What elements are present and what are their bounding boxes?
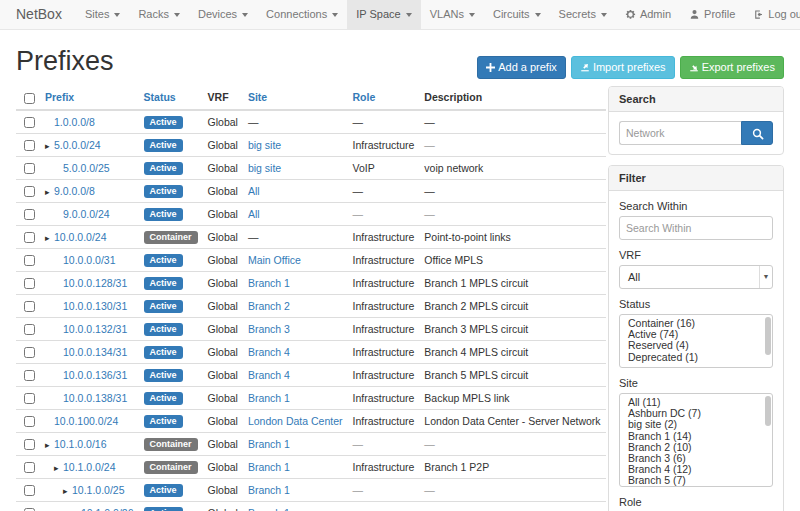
site-link[interactable]: Branch 1 xyxy=(248,484,290,496)
scrollbar-thumb[interactable] xyxy=(765,396,771,426)
vrf-select[interactable]: All ▼ xyxy=(619,265,773,289)
status-badge[interactable]: Active xyxy=(144,208,183,221)
row-checkbox[interactable] xyxy=(24,439,35,450)
status-badge[interactable]: Container xyxy=(144,461,198,474)
site-link[interactable]: Branch 3 xyxy=(248,323,290,335)
search-button[interactable] xyxy=(741,121,773,145)
site-link[interactable]: Branch 1 xyxy=(248,507,290,511)
nav-item-admin[interactable]: Admin xyxy=(616,0,680,29)
brand-logo[interactable]: NetBox xyxy=(0,0,76,29)
search-input[interactable] xyxy=(619,121,741,145)
status-badge[interactable]: Active xyxy=(144,162,183,175)
site-link[interactable]: big site xyxy=(248,162,281,174)
status-option[interactable]: Reserved (4) xyxy=(620,340,772,351)
row-checkbox[interactable] xyxy=(24,324,35,335)
site-listbox[interactable]: All (11)Ashburn DC (7)big site (2)Branch… xyxy=(619,393,773,487)
row-checkbox[interactable] xyxy=(24,255,35,266)
prefix-link[interactable]: 9.0.0.0/24 xyxy=(63,208,110,220)
status-badge[interactable]: Active xyxy=(144,300,183,313)
scrollbar-thumb[interactable] xyxy=(765,317,771,355)
row-checkbox[interactable] xyxy=(24,301,35,312)
column-header-status[interactable]: Status xyxy=(139,86,203,110)
site-link[interactable]: All xyxy=(248,185,260,197)
prefix-link[interactable]: 5.0.0.0/24 xyxy=(54,139,101,151)
site-link[interactable]: Branch 4 xyxy=(248,346,290,358)
status-option[interactable]: Deprecated (1) xyxy=(620,352,772,363)
prefix-link[interactable]: 10.1.0.0/16 xyxy=(54,438,107,450)
status-badge[interactable]: Active xyxy=(144,323,183,336)
nav-item-devices[interactable]: Devices xyxy=(189,0,257,29)
row-checkbox[interactable] xyxy=(24,140,35,151)
row-checkbox[interactable] xyxy=(24,186,35,197)
site-option[interactable]: Branch 5 (7) xyxy=(620,475,772,486)
prefix-link[interactable]: 10.0.0.128/31 xyxy=(63,277,127,289)
column-header-site[interactable]: Site xyxy=(243,86,348,110)
add-a-prefix-button[interactable]: Add a prefix xyxy=(477,56,566,79)
prefix-link[interactable]: 10.1.0.0/26 xyxy=(81,507,134,511)
prefix-link[interactable]: 10.0.0.130/31 xyxy=(63,300,127,312)
status-badge[interactable]: Active xyxy=(144,484,183,497)
status-badge[interactable]: Active xyxy=(144,392,183,405)
row-checkbox[interactable] xyxy=(24,485,35,496)
import-prefixes-button[interactable]: Import prefixes xyxy=(571,56,675,79)
status-badge[interactable]: Active xyxy=(144,139,183,152)
status-badge[interactable]: Active xyxy=(144,116,183,129)
row-checkbox[interactable] xyxy=(24,209,35,220)
prefix-link[interactable]: 10.1.0.0/24 xyxy=(63,461,116,473)
status-badge[interactable]: Active xyxy=(144,277,183,290)
site-link[interactable]: All xyxy=(248,208,260,220)
select-all-checkbox[interactable] xyxy=(24,93,35,104)
nav-item-vlans[interactable]: VLANs xyxy=(421,0,484,29)
prefix-link[interactable]: 10.0.0.0/31 xyxy=(63,254,116,266)
site-link[interactable]: Branch 4 xyxy=(248,369,290,381)
row-checkbox[interactable] xyxy=(24,393,35,404)
status-badge[interactable]: Active xyxy=(144,507,183,511)
prefix-link[interactable]: 10.0.0.0/24 xyxy=(54,231,107,243)
site-option[interactable]: big site (2) xyxy=(620,419,772,430)
prefix-link[interactable]: 10.0.0.138/31 xyxy=(63,392,127,404)
row-checkbox[interactable] xyxy=(24,370,35,381)
status-listbox[interactable]: Container (16)Active (74)Reserved (4)Dep… xyxy=(619,314,773,368)
site-link[interactable]: Branch 1 xyxy=(248,277,290,289)
prefix-link[interactable]: 10.0.0.132/31 xyxy=(63,323,127,335)
status-badge[interactable]: Container xyxy=(144,231,198,244)
prefix-link[interactable]: 1.0.0.0/8 xyxy=(54,116,95,128)
row-checkbox[interactable] xyxy=(24,163,35,174)
status-badge[interactable]: Container xyxy=(144,438,198,451)
status-badge[interactable]: Active xyxy=(144,346,183,359)
nav-item-log-out[interactable]: Log out xyxy=(744,0,800,29)
nav-item-circuits[interactable]: Circuits xyxy=(484,0,550,29)
search-within-input[interactable] xyxy=(619,216,773,240)
export-prefixes-button[interactable]: Export prefixes xyxy=(680,56,784,79)
prefix-link[interactable]: 5.0.0.0/25 xyxy=(63,162,110,174)
prefix-link[interactable]: 10.0.0.136/31 xyxy=(63,369,127,381)
nav-item-secrets[interactable]: Secrets xyxy=(550,0,616,29)
column-header-role[interactable]: Role xyxy=(348,86,420,110)
nav-item-ip-space[interactable]: IP Space xyxy=(347,0,420,29)
column-header-prefix[interactable]: Prefix xyxy=(40,86,139,110)
row-checkbox[interactable] xyxy=(24,278,35,289)
site-link[interactable]: Branch 1 xyxy=(248,461,290,473)
status-badge[interactable]: Active xyxy=(144,185,183,198)
nav-item-connections[interactable]: Connections xyxy=(257,0,347,29)
prefix-link[interactable]: 10.1.0.0/25 xyxy=(72,484,125,496)
row-checkbox[interactable] xyxy=(24,117,35,128)
nav-item-sites[interactable]: Sites xyxy=(76,0,129,29)
row-checkbox[interactable] xyxy=(24,462,35,473)
prefix-link[interactable]: 9.0.0.0/8 xyxy=(54,185,95,197)
row-checkbox[interactable] xyxy=(24,232,35,243)
row-checkbox[interactable] xyxy=(24,416,35,427)
row-checkbox[interactable] xyxy=(24,347,35,358)
nav-item-profile[interactable]: Profile xyxy=(680,0,744,29)
nav-item-racks[interactable]: Racks xyxy=(129,0,189,29)
site-link[interactable]: Branch 2 xyxy=(248,300,290,312)
site-link[interactable]: London Data Center xyxy=(248,415,343,427)
site-link[interactable]: Main Office xyxy=(248,254,301,266)
status-badge[interactable]: Active xyxy=(144,369,183,382)
site-link[interactable]: big site xyxy=(248,139,281,151)
status-badge[interactable]: Active xyxy=(144,415,183,428)
site-link[interactable]: Branch 1 xyxy=(248,392,290,404)
prefix-link[interactable]: 10.0.0.134/31 xyxy=(63,346,127,358)
site-link[interactable]: Branch 1 xyxy=(248,438,290,450)
status-badge[interactable]: Active xyxy=(144,254,183,267)
